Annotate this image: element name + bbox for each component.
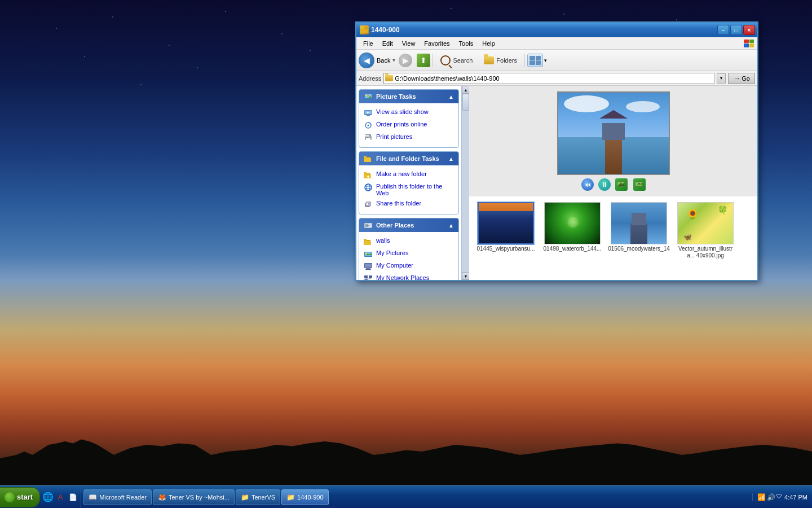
browser-taskbar-icon: 🦊	[158, 493, 166, 501]
sidebar-scroll-thumb[interactable]	[462, 94, 469, 111]
content-area: Picture Tasks ▲	[356, 86, 757, 280]
quicklaunch-icon-2[interactable]: A	[55, 492, 66, 503]
sidebar-item-my-pictures[interactable]: My Pictures	[361, 248, 456, 260]
sidebar-item-slideshow[interactable]: View as slide show	[361, 107, 456, 119]
network-icon	[364, 274, 373, 280]
sidebar-item-my-computer[interactable]: My Computer	[361, 260, 456, 273]
svg-rect-18	[365, 135, 369, 137]
menu-help[interactable]: Help	[478, 39, 500, 48]
order-prints-label: Order prints online	[376, 121, 427, 128]
sidebar-scroll-up[interactable]: ▲	[462, 86, 470, 94]
svg-point-28	[367, 184, 370, 191]
address-label: Address	[359, 75, 381, 82]
tray-icon-network: 📶	[757, 493, 766, 501]
thumbnail-0[interactable]: 01445_wispyurbansu...	[475, 202, 537, 259]
sidebar-item-share[interactable]: Share this folder	[361, 198, 456, 211]
picture-tasks-chevron[interactable]: ▲	[448, 94, 454, 100]
picture-tasks-content: View as slide show	[359, 103, 458, 147]
folders-button[interactable]: Folders	[479, 52, 522, 69]
print-icon	[364, 121, 373, 130]
svg-rect-17	[367, 137, 368, 138]
go-arrow-icon: →	[733, 74, 740, 82]
taskbar-buttons: 📖 Microsoft Reader 🦊 Tener VS by ~Mohsi.…	[83, 489, 752, 505]
preview-zoom-out-button[interactable]	[633, 178, 646, 191]
start-button[interactable]: start	[0, 487, 40, 507]
quicklaunch-icon-3[interactable]: 📄	[67, 492, 78, 503]
printer-icon	[364, 133, 373, 142]
print-pictures-label: Print pictures	[376, 133, 412, 140]
menu-file[interactable]: File	[359, 39, 378, 48]
taskbar-btn-1440[interactable]: 📁 1440-900	[281, 489, 329, 505]
sidebar-item-print[interactable]: Print pictures	[361, 132, 456, 144]
file-tasks-chevron[interactable]: ▲	[448, 156, 454, 162]
taskbar-quicklaunch: 🌐 A 📄	[40, 486, 81, 508]
svg-rect-2	[361, 27, 364, 29]
explorer-window: 1440-900 – □ × File Edit View Favorites …	[355, 21, 758, 281]
taskbar-time: 4:47 PM	[784, 494, 807, 501]
my-pictures-icon	[364, 249, 373, 259]
views-button[interactable]	[527, 54, 543, 67]
taskbar-btn-tenervs[interactable]: 📁 TenerVS	[236, 489, 280, 505]
sidebar-item-publish-web[interactable]: Publish this folder to the Web	[361, 181, 456, 198]
svg-rect-40	[364, 241, 371, 245]
preview-zoom-in-button[interactable]	[615, 178, 628, 191]
thumbnail-3[interactable]: 🌻 🍀 🦋 Vector_autumn_illustra... 40x900.j…	[674, 202, 736, 259]
search-button[interactable]: Search	[435, 52, 478, 69]
maximize-button[interactable]: □	[730, 25, 742, 35]
panel-picture-tasks-header[interactable]: Picture Tasks ▲	[359, 90, 458, 103]
taskbar-btn-tenervs-label: TenerVS	[251, 494, 275, 501]
file-tasks-header-label: File and Folder Tasks	[376, 155, 439, 162]
sidebar-item-order-prints[interactable]: Order prints online	[361, 119, 456, 132]
sidebar-scrollbar: ▲ ▼	[461, 86, 469, 280]
slideshow-label: View as slide show	[376, 108, 429, 115]
other-places-chevron[interactable]: ▲	[448, 222, 454, 229]
thumb-label-0: 01445_wispyurbansu...	[477, 246, 535, 252]
address-input-wrap: G:\Downloads\themes\walls\1440-900	[383, 73, 714, 84]
taskbar-btn-1440-label: 1440-900	[297, 494, 324, 501]
network-places-label: My Network Places	[376, 274, 429, 280]
sidebar-item-new-folder[interactable]: Make a new folder	[361, 169, 456, 181]
start-label: start	[17, 493, 33, 501]
svg-rect-37	[365, 225, 369, 226]
panel-other-places-header[interactable]: Other Places ▲	[359, 218, 458, 232]
slideshow-icon	[364, 108, 373, 117]
svg-rect-1	[361, 29, 368, 33]
back-dropdown[interactable]: ▾	[392, 57, 395, 63]
sidebar-scroll-down[interactable]: ▼	[462, 272, 470, 280]
reader-taskbar-icon: 📖	[89, 493, 97, 501]
svg-rect-33	[367, 203, 368, 205]
address-path[interactable]: G:\Downloads\themes\walls\1440-900	[395, 75, 713, 82]
menu-tools[interactable]: Tools	[454, 39, 478, 48]
up-button[interactable]: ⬆	[417, 54, 430, 67]
back-button[interactable]: ◀	[359, 52, 374, 68]
file-tasks-icon	[364, 154, 373, 163]
address-dropdown[interactable]: ▾	[717, 73, 726, 84]
menu-edit[interactable]: Edit	[378, 39, 398, 48]
views-dropdown[interactable]: ▾	[544, 58, 547, 63]
tray-icons: 📶 🔊 🛡	[757, 493, 782, 501]
preview-next-button[interactable]: ⏸	[598, 178, 611, 191]
share-label: Share this folder	[376, 200, 421, 207]
thumbnail-2[interactable]: 01506_moodywaters_14	[608, 202, 670, 259]
svg-rect-11	[367, 115, 370, 116]
minimize-button[interactable]: –	[717, 25, 729, 35]
taskbar-btn-tener[interactable]: 🦊 Tener VS by ~Mohsi...	[153, 489, 235, 505]
sidebar-item-walls[interactable]: walls	[361, 235, 456, 248]
other-places-header-label: Other Places	[376, 222, 414, 229]
thumbnail-1[interactable]: 01498_waterorb_144...	[541, 202, 603, 259]
quicklaunch-icon-1[interactable]: 🌐	[42, 492, 54, 503]
forward-button[interactable]: ▶	[399, 54, 412, 67]
preview-prev-button[interactable]: ⏮	[581, 178, 594, 191]
windows-logo	[743, 38, 755, 49]
share-icon	[364, 200, 373, 209]
walls-folder-icon	[364, 237, 373, 246]
menu-view[interactable]: View	[398, 39, 420, 48]
panel-file-tasks-header[interactable]: File and Folder Tasks ▲	[359, 152, 458, 165]
go-button[interactable]: → Go	[728, 73, 755, 84]
taskbar-btn-reader[interactable]: 📖 Microsoft Reader	[83, 489, 152, 505]
menu-favorites[interactable]: Favorites	[420, 39, 454, 48]
svg-rect-24	[364, 172, 367, 174]
close-button[interactable]: ×	[743, 25, 755, 35]
sidebar-item-network[interactable]: My Network Places	[361, 273, 456, 280]
window-icon	[360, 25, 369, 34]
